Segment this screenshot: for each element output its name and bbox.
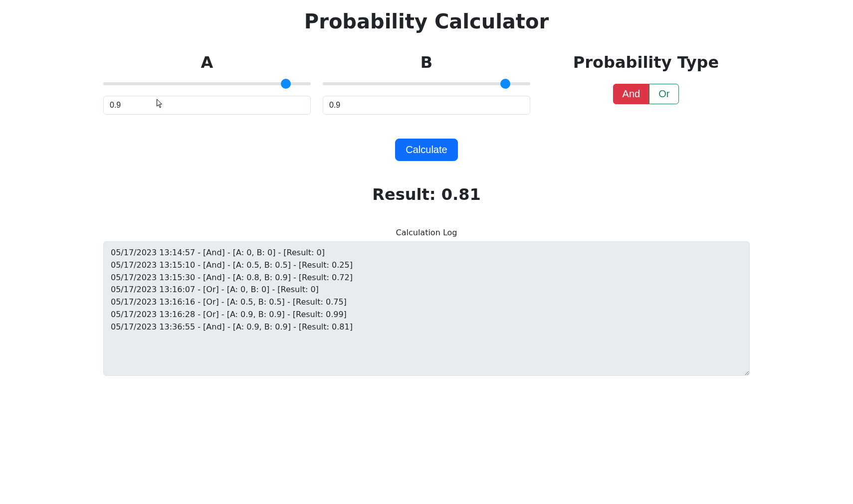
result-prefix: Result: bbox=[372, 185, 441, 204]
probability-type-heading: Probability Type bbox=[542, 53, 750, 72]
log-textarea[interactable] bbox=[103, 241, 750, 376]
slider-b-column: B bbox=[317, 53, 536, 115]
result-value: 0.81 bbox=[441, 185, 481, 204]
probability-type-toggle: And Or bbox=[542, 84, 750, 104]
log-label: Calculation Log bbox=[103, 228, 750, 237]
slider-a-input[interactable] bbox=[103, 96, 311, 115]
page-title: Probability Calculator bbox=[103, 10, 750, 33]
calculate-row: Calculate bbox=[103, 139, 750, 161]
inputs-row: A B Probability Type And Or bbox=[97, 53, 756, 115]
probability-type-column: Probability Type And Or bbox=[536, 53, 756, 115]
slider-a-column: A bbox=[97, 53, 317, 115]
slider-a-label: A bbox=[103, 53, 311, 72]
log-row: Calculation Log bbox=[97, 228, 756, 376]
slider-b-input[interactable] bbox=[323, 96, 530, 115]
and-button[interactable]: And bbox=[613, 84, 650, 104]
calculate-button[interactable]: Calculate bbox=[395, 139, 457, 161]
result-heading: Result: 0.81 bbox=[103, 185, 750, 204]
or-button[interactable]: Or bbox=[649, 84, 679, 104]
slider-a-range[interactable] bbox=[103, 78, 311, 90]
slider-b-range[interactable] bbox=[323, 78, 530, 90]
slider-b-label: B bbox=[323, 53, 530, 72]
